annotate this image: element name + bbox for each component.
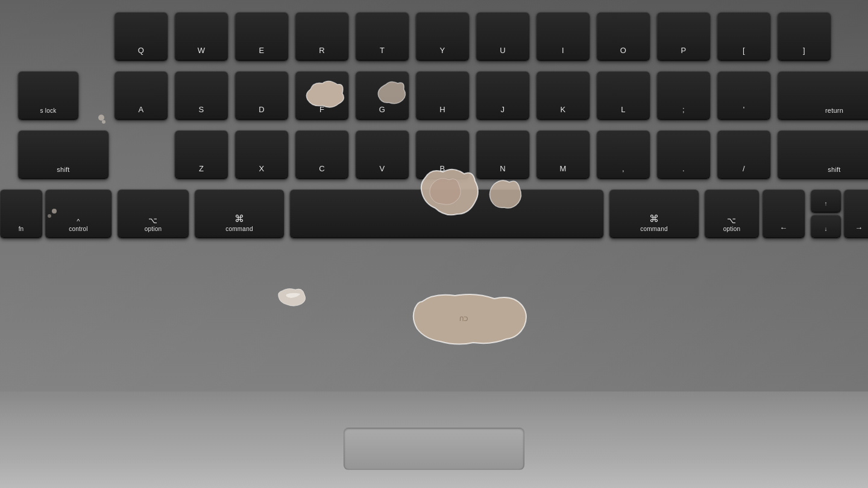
key-command-left[interactable]: ⌘ command	[195, 189, 284, 238]
key-m[interactable]: M	[536, 130, 590, 179]
keyboard-container: Q W E R T Y U I O P [ ] s lock A S D	[0, 0, 868, 488]
key-p[interactable]: P	[657, 12, 710, 60]
key-g-label: G	[379, 105, 385, 115]
key-bracket-right-label: ]	[803, 46, 805, 55]
key-bracket-left[interactable]: [	[717, 12, 770, 60]
key-slash-label: /	[743, 164, 745, 174]
key-o-label: O	[620, 46, 626, 55]
svg-text:ᑎᑐ: ᑎᑐ	[459, 315, 468, 322]
key-y-label: Y	[440, 46, 445, 55]
key-u[interactable]: U	[476, 12, 529, 60]
key-space[interactable]	[290, 189, 603, 238]
key-k[interactable]: K	[536, 71, 590, 119]
key-comma[interactable]: ,	[597, 130, 650, 179]
key-up-arrow-label: ↑	[824, 200, 827, 208]
key-option-symbol: ⌥	[148, 216, 157, 226]
key-period-label: .	[682, 164, 685, 174]
key-option-right[interactable]: ⌥ option	[705, 189, 759, 238]
key-a-label: A	[139, 105, 144, 115]
key-control-symbol: ^	[77, 218, 80, 226]
key-control[interactable]: ^ control	[45, 189, 112, 238]
key-left-arrow[interactable]: ←	[763, 189, 805, 238]
key-option-right-label: option	[723, 226, 740, 233]
key-v[interactable]: V	[356, 130, 409, 179]
key-left-arrow-label: ←	[779, 223, 787, 233]
key-q[interactable]: Q	[115, 12, 168, 60]
key-b-label: B	[440, 164, 445, 174]
key-d-label: D	[259, 105, 265, 115]
key-comma-label: ,	[622, 164, 624, 174]
key-up-arrow[interactable]: ↑	[811, 189, 841, 212]
key-caps-label: s lock	[40, 107, 57, 115]
key-w-label: W	[198, 46, 206, 55]
key-z-label: Z	[199, 164, 204, 174]
key-x[interactable]: X	[235, 130, 288, 179]
key-caps-lock[interactable]: s lock	[18, 71, 78, 119]
key-control-label: control	[69, 226, 87, 233]
key-k-label: K	[561, 105, 566, 115]
key-h-label: H	[439, 105, 445, 115]
key-w[interactable]: W	[175, 12, 228, 60]
key-b[interactable]: B	[416, 130, 469, 179]
key-e[interactable]: E	[235, 12, 288, 60]
key-s-label: S	[199, 105, 204, 115]
key-period[interactable]: .	[657, 130, 710, 179]
key-return-label: return	[825, 107, 843, 115]
key-slash[interactable]: /	[717, 130, 770, 179]
key-n[interactable]: N	[476, 130, 529, 179]
key-g[interactable]: G	[356, 71, 409, 119]
key-r[interactable]: R	[295, 12, 348, 60]
svg-point-2	[98, 115, 104, 121]
key-option-right-symbol: ⌥	[727, 216, 736, 226]
key-c-label: C	[319, 164, 325, 174]
key-command-right-symbol: ⌘	[649, 213, 659, 224]
key-down-arrow-label: ↓	[824, 226, 827, 233]
key-m-label: M	[559, 164, 566, 174]
key-x-label: X	[259, 164, 265, 174]
key-q-label: Q	[138, 46, 144, 55]
key-n-label: N	[500, 164, 506, 174]
key-return[interactable]: return	[778, 71, 868, 119]
key-f[interactable]: F	[295, 71, 348, 119]
key-d[interactable]: D	[235, 71, 288, 119]
key-y[interactable]: Y	[416, 12, 469, 60]
key-command-right-label: command	[640, 226, 667, 233]
key-t-label: T	[380, 46, 385, 55]
key-semicolon[interactable]: ;	[657, 71, 710, 119]
key-c[interactable]: C	[295, 130, 348, 179]
key-z[interactable]: Z	[175, 130, 228, 179]
key-h[interactable]: H	[416, 71, 469, 119]
trackpad[interactable]	[344, 428, 524, 470]
key-fn[interactable]: fn	[0, 189, 42, 238]
key-option-label: option	[145, 226, 162, 233]
key-down-arrow[interactable]: ↓	[811, 215, 841, 238]
key-j[interactable]: J	[476, 71, 529, 119]
key-bracket-left-label: [	[743, 46, 745, 55]
key-s[interactable]: S	[175, 71, 228, 119]
key-l-label: L	[621, 105, 626, 115]
key-i[interactable]: I	[536, 12, 590, 60]
key-l[interactable]: L	[597, 71, 650, 119]
key-bracket-right[interactable]: ]	[778, 12, 831, 60]
key-option[interactable]: ⌥ option	[118, 189, 189, 238]
key-right-shift[interactable]: shift	[778, 130, 868, 179]
caps-lock-indicator	[71, 76, 74, 79]
key-left-shift-label: shift	[57, 166, 69, 174]
key-u-label: U	[500, 46, 506, 55]
key-right-arrow[interactable]: →	[844, 189, 868, 238]
key-command-symbol: ⌘	[234, 213, 244, 224]
key-f-label: F	[319, 105, 324, 115]
key-v-label: V	[380, 164, 385, 174]
key-semicolon-label: ;	[682, 105, 685, 115]
key-command-right[interactable]: ⌘ command	[609, 189, 699, 238]
key-left-shift[interactable]: shift	[18, 130, 108, 179]
key-right-arrow-label: →	[855, 223, 863, 233]
key-quote-label: '	[743, 105, 745, 115]
key-right-shift-label: shift	[828, 166, 840, 174]
key-e-label: E	[259, 46, 265, 55]
key-a[interactable]: A	[115, 71, 168, 119]
key-j-label: J	[501, 105, 505, 115]
key-t[interactable]: T	[356, 12, 409, 60]
key-o[interactable]: O	[597, 12, 650, 60]
key-quote[interactable]: '	[717, 71, 770, 119]
